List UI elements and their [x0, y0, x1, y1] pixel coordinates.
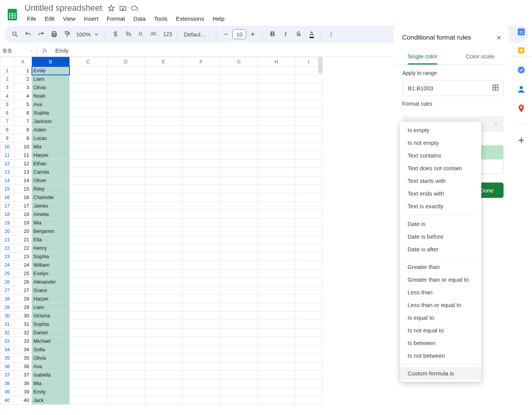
- cell-B10[interactable]: Mia: [32, 143, 70, 151]
- cell-C32[interactable]: [70, 329, 107, 337]
- cell-E33[interactable]: [145, 337, 182, 345]
- menu-insert[interactable]: Insert: [80, 14, 102, 23]
- cell-C39[interactable]: [70, 388, 107, 396]
- column-header-E[interactable]: E: [145, 57, 182, 66]
- print-button[interactable]: [48, 28, 60, 40]
- cell-I4[interactable]: [295, 92, 322, 100]
- cell-A21[interactable]: 21: [14, 236, 32, 244]
- font-size-decrease[interactable]: [220, 28, 232, 40]
- cell-A40[interactable]: 40: [14, 396, 32, 405]
- font-size-increase[interactable]: [247, 28, 259, 40]
- row-header[interactable]: 9: [0, 134, 14, 143]
- cell-H25[interactable]: [258, 269, 295, 278]
- cell-B30[interactable]: Victoria: [32, 312, 70, 320]
- row-header[interactable]: 15: [0, 185, 14, 193]
- cell-I39[interactable]: [295, 388, 322, 396]
- column-header-C[interactable]: C: [70, 57, 107, 66]
- dropdown-option[interactable]: Date is before: [400, 230, 481, 243]
- cell-A20[interactable]: 20: [14, 227, 32, 236]
- cell-C21[interactable]: [70, 236, 107, 244]
- doc-title[interactable]: Untitled spreadsheet: [23, 3, 104, 13]
- row-header[interactable]: 24: [0, 261, 14, 269]
- menu-data[interactable]: Data: [129, 14, 149, 23]
- cell-F5[interactable]: [182, 100, 220, 109]
- row-header[interactable]: 40: [0, 396, 14, 405]
- cell-D14[interactable]: [107, 176, 145, 185]
- cell-C18[interactable]: [70, 210, 107, 219]
- cell-H21[interactable]: [258, 236, 295, 244]
- menu-tools[interactable]: Tools: [150, 14, 171, 23]
- italic-button[interactable]: I: [280, 28, 291, 40]
- cell-E37[interactable]: [145, 371, 182, 379]
- cell-H31[interactable]: [258, 320, 295, 329]
- undo-button[interactable]: [22, 28, 34, 40]
- cell-F12[interactable]: [182, 159, 220, 168]
- cell-D6[interactable]: [107, 109, 145, 117]
- cell-H24[interactable]: [258, 261, 295, 269]
- cell-C28[interactable]: [70, 295, 107, 303]
- cell-G33[interactable]: [220, 337, 258, 345]
- cell-A14[interactable]: 14: [14, 176, 32, 185]
- cell-I37[interactable]: [295, 371, 322, 379]
- cell-B22[interactable]: Henry: [32, 244, 70, 252]
- cell-E21[interactable]: [145, 236, 182, 244]
- cell-C6[interactable]: [70, 109, 107, 117]
- row-header[interactable]: 1: [0, 66, 14, 75]
- cell-E7[interactable]: [145, 117, 182, 126]
- row-header[interactable]: 36: [0, 362, 14, 371]
- cell-G13[interactable]: [220, 168, 258, 176]
- row-header[interactable]: 4: [0, 92, 14, 100]
- cell-D28[interactable]: [107, 295, 145, 303]
- cell-E28[interactable]: [145, 295, 182, 303]
- cell-E15[interactable]: [145, 185, 182, 193]
- dropdown-option[interactable]: Less than: [400, 286, 481, 299]
- cell-A9[interactable]: 9: [14, 134, 32, 143]
- cell-B15[interactable]: Riley: [32, 185, 70, 193]
- cell-A35[interactable]: 35: [14, 354, 32, 362]
- cell-G20[interactable]: [220, 227, 258, 236]
- cell-I30[interactable]: [295, 312, 322, 320]
- cell-B34[interactable]: Sofia: [32, 345, 70, 354]
- cell-G28[interactable]: [220, 295, 258, 303]
- cell-A26[interactable]: 26: [14, 278, 32, 286]
- dropdown-option[interactable]: Less than or equal to: [400, 299, 481, 311]
- zoom-select[interactable]: 100%: [75, 31, 101, 38]
- cell-F38[interactable]: [182, 379, 220, 388]
- cell-D17[interactable]: [107, 202, 145, 210]
- add-addons-button[interactable]: +: [517, 136, 526, 145]
- cell-H30[interactable]: [258, 312, 295, 320]
- cell-G16[interactable]: [220, 193, 258, 202]
- dropdown-option[interactable]: Date is: [400, 217, 481, 230]
- cell-C8[interactable]: [70, 126, 107, 134]
- cell-G14[interactable]: [220, 176, 258, 185]
- cell-H2[interactable]: [258, 75, 295, 83]
- cell-B21[interactable]: Ella: [32, 236, 70, 244]
- cell-I12[interactable]: [295, 159, 322, 168]
- cell-A28[interactable]: 28: [14, 295, 32, 303]
- cell-D8[interactable]: [107, 126, 145, 134]
- cell-I15[interactable]: [295, 185, 322, 193]
- cell-H35[interactable]: [258, 354, 295, 362]
- cell-H1[interactable]: [258, 66, 295, 75]
- cell-E20[interactable]: [145, 227, 182, 236]
- row-header[interactable]: 13: [0, 168, 14, 176]
- select-range-icon[interactable]: [492, 84, 499, 93]
- cell-C14[interactable]: [70, 176, 107, 185]
- cell-I16[interactable]: [295, 193, 322, 202]
- cell-G15[interactable]: [220, 185, 258, 193]
- currency-button[interactable]: $: [109, 28, 121, 40]
- cell-E23[interactable]: [145, 252, 182, 261]
- cell-G32[interactable]: [220, 329, 258, 337]
- cell-E25[interactable]: [145, 269, 182, 278]
- cell-D38[interactable]: [107, 379, 145, 388]
- cell-F6[interactable]: [182, 109, 220, 117]
- cell-I13[interactable]: [295, 168, 322, 176]
- cell-D3[interactable]: [107, 83, 145, 92]
- cell-C30[interactable]: [70, 312, 107, 320]
- cell-C31[interactable]: [70, 320, 107, 329]
- cell-A15[interactable]: 15: [14, 185, 32, 193]
- cell-H13[interactable]: [258, 168, 295, 176]
- cell-A27[interactable]: 27: [14, 286, 32, 295]
- cell-H19[interactable]: [258, 219, 295, 227]
- font-size-input[interactable]: 10: [232, 29, 246, 39]
